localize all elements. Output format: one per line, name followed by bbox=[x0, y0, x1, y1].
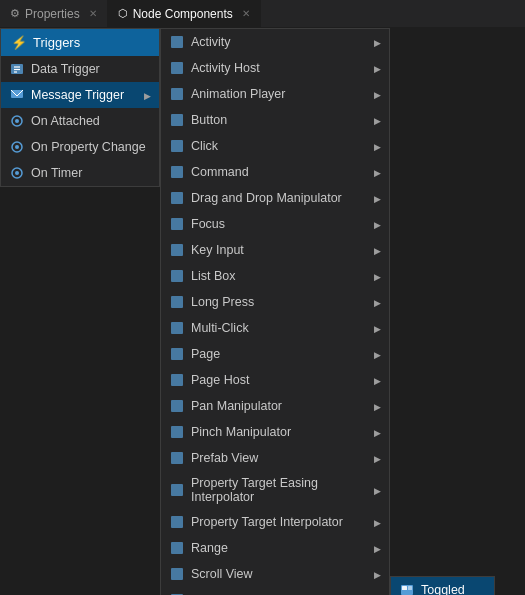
menu-item-property-target-interpolator[interactable]: Property Target Interpolator bbox=[161, 509, 389, 535]
click-arrow bbox=[374, 141, 381, 152]
tab-node-components[interactable]: ⬡ Node Components ✕ bbox=[108, 0, 261, 27]
command-arrow bbox=[374, 167, 381, 178]
button-label: Button bbox=[191, 113, 368, 127]
menu-l3: Toggled bbox=[390, 576, 495, 595]
activity-host-arrow bbox=[374, 63, 381, 74]
prefab-view-arrow bbox=[374, 453, 381, 464]
property-target-interpolator-arrow bbox=[374, 517, 381, 528]
menu-item-click[interactable]: Click bbox=[161, 133, 389, 159]
tab-properties-close[interactable]: ✕ bbox=[89, 8, 97, 19]
multi-click-icon bbox=[169, 320, 185, 336]
svg-rect-27 bbox=[171, 452, 183, 464]
tab-bar: ⚙ Properties ✕ ⬡ Node Components ✕ bbox=[0, 0, 525, 28]
svg-rect-24 bbox=[171, 374, 183, 386]
activity-label: Activity bbox=[191, 35, 368, 49]
list-box-label: List Box bbox=[191, 269, 368, 283]
menu-item-pinch-manipulator[interactable]: Pinch Manipulator bbox=[161, 419, 389, 445]
menu-item-command[interactable]: Command bbox=[161, 159, 389, 185]
menu-item-page-host[interactable]: Page Host bbox=[161, 367, 389, 393]
activity-icon bbox=[169, 34, 185, 50]
focus-arrow bbox=[374, 219, 381, 230]
node-components-icon: ⬡ bbox=[118, 7, 128, 20]
menu-item-message-trigger[interactable]: Message Trigger bbox=[1, 82, 159, 108]
property-target-easing-arrow bbox=[374, 485, 381, 496]
page-label: Page bbox=[191, 347, 368, 361]
pan-manipulator-label: Pan Manipulator bbox=[191, 399, 368, 413]
prefab-view-label: Prefab View bbox=[191, 451, 368, 465]
menu-item-animation-player[interactable]: Animation Player bbox=[161, 81, 389, 107]
property-target-interpolator-label: Property Target Interpolator bbox=[191, 515, 368, 529]
svg-rect-29 bbox=[171, 516, 183, 528]
menu-header-label: Triggers bbox=[33, 35, 80, 50]
menu-item-page[interactable]: Page bbox=[161, 341, 389, 367]
scroll-view-arrow bbox=[374, 569, 381, 580]
list-box-arrow bbox=[374, 271, 381, 282]
click-label: Click bbox=[191, 139, 368, 153]
multi-click-arrow bbox=[374, 323, 381, 334]
menu-item-key-input[interactable]: Key Input bbox=[161, 237, 389, 263]
menu-item-data-trigger[interactable]: Data Trigger bbox=[1, 56, 159, 82]
multi-click-label: Multi-Click bbox=[191, 321, 368, 335]
focus-icon bbox=[169, 216, 185, 232]
menu-item-on-property-change[interactable]: On Property Change bbox=[1, 134, 159, 160]
button-icon bbox=[169, 112, 185, 128]
svg-rect-12 bbox=[171, 62, 183, 74]
activity-arrow bbox=[374, 37, 381, 48]
svg-rect-39 bbox=[402, 586, 407, 590]
page-host-icon bbox=[169, 372, 185, 388]
command-icon bbox=[169, 164, 185, 180]
tab-properties[interactable]: ⚙ Properties ✕ bbox=[0, 0, 108, 27]
scroll-view-label: Scroll View bbox=[191, 567, 368, 581]
menu-item-state-manager[interactable]: State Manager bbox=[161, 587, 389, 595]
drag-drop-icon bbox=[169, 190, 185, 206]
menu-item-drag-drop[interactable]: Drag and Drop Manipulator bbox=[161, 185, 389, 211]
tab-node-components-close[interactable]: ✕ bbox=[242, 8, 250, 19]
pinch-manipulator-label: Pinch Manipulator bbox=[191, 425, 368, 439]
animation-player-icon bbox=[169, 86, 185, 102]
svg-rect-18 bbox=[171, 218, 183, 230]
long-press-icon bbox=[169, 294, 185, 310]
menu-item-range[interactable]: Range bbox=[161, 535, 389, 561]
menu-item-focus[interactable]: Focus bbox=[161, 211, 389, 237]
scroll-view-icon bbox=[169, 566, 185, 582]
on-timer-icon bbox=[9, 165, 25, 181]
drag-drop-label: Drag and Drop Manipulator bbox=[191, 191, 368, 205]
list-box-icon bbox=[169, 268, 185, 284]
svg-point-8 bbox=[15, 145, 19, 149]
menu-item-scroll-view[interactable]: Scroll View bbox=[161, 561, 389, 587]
svg-point-6 bbox=[15, 119, 19, 123]
svg-rect-30 bbox=[171, 542, 183, 554]
menu-item-activity[interactable]: Activity bbox=[161, 29, 389, 55]
activity-host-label: Activity Host bbox=[191, 61, 368, 75]
data-trigger-icon bbox=[9, 61, 25, 77]
on-attached-icon bbox=[9, 113, 25, 129]
menu-item-button[interactable]: Button bbox=[161, 107, 389, 133]
data-trigger-label: Data Trigger bbox=[31, 62, 151, 76]
property-target-easing-label: Property Target Easing Interpolator bbox=[191, 476, 368, 504]
prefab-view-icon bbox=[169, 450, 185, 466]
toggled-icon bbox=[399, 582, 415, 595]
menu-item-property-target-easing[interactable]: Property Target Easing Interpolator bbox=[161, 471, 389, 509]
page-arrow bbox=[374, 349, 381, 360]
menu-item-activity-host[interactable]: Activity Host bbox=[161, 55, 389, 81]
menu-item-on-attached[interactable]: On Attached bbox=[1, 108, 159, 134]
range-icon bbox=[169, 540, 185, 556]
svg-rect-13 bbox=[171, 88, 183, 100]
svg-rect-14 bbox=[171, 114, 183, 126]
svg-rect-26 bbox=[171, 426, 183, 438]
menu-item-on-timer[interactable]: On Timer bbox=[1, 160, 159, 186]
svg-rect-19 bbox=[171, 244, 183, 256]
range-label: Range bbox=[191, 541, 368, 555]
svg-rect-22 bbox=[171, 322, 183, 334]
menu-item-long-press[interactable]: Long Press bbox=[161, 289, 389, 315]
menu-item-pan-manipulator[interactable]: Pan Manipulator bbox=[161, 393, 389, 419]
menu-item-prefab-view[interactable]: Prefab View bbox=[161, 445, 389, 471]
svg-rect-28 bbox=[171, 484, 183, 496]
menu-item-toggled[interactable]: Toggled bbox=[391, 577, 494, 595]
svg-rect-21 bbox=[171, 296, 183, 308]
menu-item-multi-click[interactable]: Multi-Click bbox=[161, 315, 389, 341]
menu-item-list-box[interactable]: List Box bbox=[161, 263, 389, 289]
property-target-interpolator-icon bbox=[169, 514, 185, 530]
svg-rect-16 bbox=[171, 166, 183, 178]
long-press-label: Long Press bbox=[191, 295, 368, 309]
